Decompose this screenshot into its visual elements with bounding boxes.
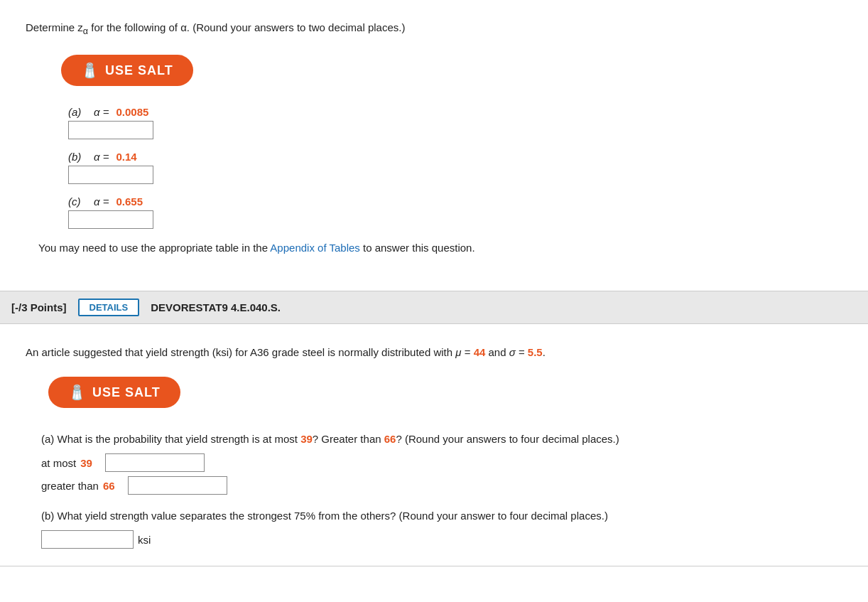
ksi-label: ksi xyxy=(138,534,151,546)
use-salt-button-2[interactable]: 🧂 USE SALT xyxy=(48,377,180,408)
points-label: [-/3 Points] xyxy=(11,301,67,313)
at-most-label: at most xyxy=(41,457,76,469)
greater-than-label-num: 66 xyxy=(103,480,115,492)
greater-than-row: greater than 66 xyxy=(41,476,855,495)
part-b-input[interactable] xyxy=(68,166,153,184)
use-salt-label-2: USE SALT xyxy=(92,385,161,400)
section-2: An article suggested that yield strength… xyxy=(0,324,868,566)
section-1-intro: Determine zα for the following of α. (Ro… xyxy=(26,21,842,36)
section2-part-b-block: (b) What yield strength value separates … xyxy=(41,507,855,549)
greater-than-input[interactable] xyxy=(128,476,227,495)
at-most-value: 39 xyxy=(300,433,313,445)
alpha-subscript: α xyxy=(83,26,88,36)
at-most-input[interactable] xyxy=(105,453,205,472)
part-b-alpha-value: 0.14 xyxy=(116,151,136,163)
part-a-row: (a) α = 0.0085 xyxy=(68,106,842,118)
mu-symbol: μ xyxy=(455,346,461,358)
sigma-value: 5.5 xyxy=(528,346,543,358)
section2-part-b-question: (b) What yield strength value separates … xyxy=(41,507,855,525)
mu-value: 44 xyxy=(474,346,486,358)
part-a-alpha-label: α = xyxy=(94,106,109,118)
greater-value: 66 xyxy=(384,433,396,445)
part-c-row: (c) α = 0.655 xyxy=(68,195,842,208)
article-text: An article suggested that yield strength… xyxy=(26,344,842,361)
part-a-input[interactable] xyxy=(68,121,153,139)
problem-id: DEVORESTAT9 4.E.040.S. xyxy=(151,301,281,313)
part-c-alpha-label: α = xyxy=(94,195,109,208)
part-c-label: (c) xyxy=(68,195,88,208)
section2-part-a-question: (a) What is the probability that yield s… xyxy=(41,431,855,448)
part-a-label: (a) xyxy=(68,106,88,118)
at-most-label-num: 39 xyxy=(80,457,92,469)
appendix-note: You may need to use the appropriate tabl… xyxy=(38,242,830,254)
use-salt-label-1: USE SALT xyxy=(105,63,173,78)
part-a-alpha-value: 0.0085 xyxy=(116,106,148,118)
use-salt-button-1[interactable]: 🧂 USE SALT xyxy=(61,55,193,86)
section-2-header: [-/3 Points] DETAILS DEVORESTAT9 4.E.040… xyxy=(0,291,868,324)
section-1: Determine zα for the following of α. (Ro… xyxy=(0,0,868,291)
appendix-link[interactable]: Appendix of Tables xyxy=(270,242,359,254)
sigma-symbol: σ xyxy=(509,346,516,358)
greater-than-label: greater than xyxy=(41,480,99,492)
details-button[interactable]: DETAILS xyxy=(78,299,140,316)
salt-icon-1: 🧂 xyxy=(81,62,99,79)
section-1-content: Determine zα for the following of α. (Ro… xyxy=(13,13,855,274)
appendix-post: to answer this question. xyxy=(360,242,475,254)
part-b-alpha-label: α = xyxy=(94,151,109,163)
part-c-input[interactable] xyxy=(68,210,153,229)
part-c-alpha-value: 0.655 xyxy=(116,195,143,208)
ksi-row: ksi xyxy=(41,530,855,549)
salt-icon-2: 🧂 xyxy=(68,384,87,401)
part-b-label: (b) xyxy=(68,151,88,163)
part-b-row: (b) α = 0.14 xyxy=(68,151,842,163)
at-most-row: at most 39 xyxy=(41,453,855,472)
section2-part-a-block: (a) What is the probability that yield s… xyxy=(41,431,855,495)
part-b-ksi-input[interactable] xyxy=(41,530,134,549)
appendix-pre: You may need to use the appropriate tabl… xyxy=(38,242,270,254)
